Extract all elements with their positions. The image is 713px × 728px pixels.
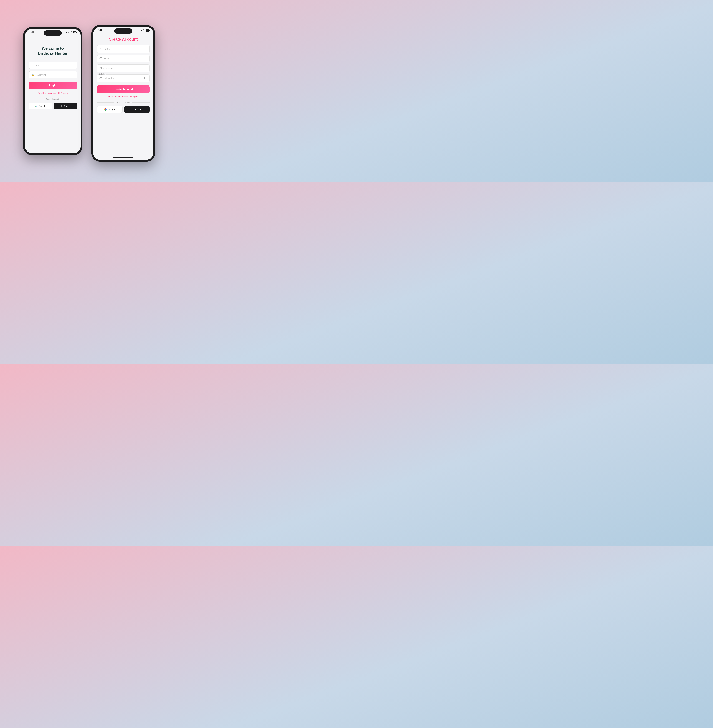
wifi-icon-left: ⊖ [68,31,73,33]
social-buttons-login: Google  Apple [29,103,77,109]
divider-right: Or continue with [97,102,150,104]
lock-icon-login: 🔒 [31,73,34,76]
birthday-label: Birthday [99,73,106,75]
password-input-login[interactable] [36,73,75,76]
email-icon-register [100,57,102,60]
or-continue-right: Or continue with [116,102,130,104]
google-button-login[interactable]: Google [29,103,52,109]
dynamic-island-left [44,30,62,36]
signal-icon-left [64,31,67,33]
google-icon-register [104,108,107,111]
svg-point-0 [100,48,101,48]
email-input-login[interactable] [35,64,75,67]
home-indicator-right [113,157,133,158]
password-input-register[interactable] [103,67,147,70]
svg-rect-2 [100,68,101,69]
apple-label-register: Apple [135,108,141,111]
status-bar-right: 2:41 70 [93,27,153,32]
time-left: 2:41 [29,31,34,34]
email-field-login[interactable]: ✉ [29,61,77,69]
svg-rect-1 [100,57,102,59]
dynamic-island-right [114,28,132,34]
email-input-register[interactable] [104,57,147,60]
birthday-field[interactable]: Select date [97,75,150,82]
svg-rect-3 [100,78,102,79]
social-buttons-register: Google  Apple [97,106,150,113]
phone-create-account: 2:41 70 [91,25,155,161]
battery-icon-left: 70 [73,31,76,33]
google-label-login: Google [39,105,46,107]
birthday-field-left: Select date [100,77,115,80]
divider-left: Or continue with [29,98,77,100]
divider-line-left [29,99,44,99]
signin-link[interactable]: Already have an account? Sign in [97,95,150,98]
divider-line-left-r [97,102,114,103]
apple-button-login[interactable]:  Apple [54,103,77,109]
wifi-icon-right [143,29,145,31]
welcome-title: Welcome to Birthday Hunter [29,46,77,56]
google-icon-login [35,105,37,107]
name-field[interactable] [97,45,150,53]
svg-rect-4 [145,77,147,79]
email-field-register[interactable] [97,55,150,62]
login-button[interactable]: Login [29,82,77,90]
google-button-register[interactable]: Google [97,106,122,113]
apple-label-login: Apple [63,105,69,107]
apple-icon-login:  [61,105,62,107]
birthday-field-wrapper[interactable]: Birthday Select date [97,75,150,82]
password-field-register[interactable] [97,64,150,72]
divider-line-right-r [132,102,149,103]
name-input[interactable] [104,48,147,50]
create-account-screen-content: Create Account [93,32,153,156]
lock-icon-register [100,67,102,70]
birthday-icon [100,77,102,80]
google-label-register: Google [108,108,115,111]
person-icon [100,47,102,51]
create-account-title: Create Account [97,37,150,42]
apple-button-register[interactable]:  Apple [124,106,150,113]
calendar-picker-icon [144,77,147,80]
apple-icon-register:  [133,108,134,111]
email-icon-login: ✉ [31,64,33,67]
signup-link[interactable]: Don't have an account? Sign up [29,92,77,94]
home-indicator-left [43,151,63,151]
time-right: 2:41 [97,29,102,32]
signal-icon-right [139,30,142,31]
status-bar-left: 2:41 ⊖ 70 [25,29,81,34]
create-account-button[interactable]: Create Account [97,85,150,93]
status-icons-right: 70 [139,29,149,31]
status-icons-left: ⊖ 70 [64,31,76,33]
login-screen-content: Welcome to Birthday Hunter ✉ 🔒 Login Don… [25,34,81,149]
phone-login: 2:41 ⊖ 70 [23,27,82,155]
or-continue-left: Or continue with [46,98,60,100]
battery-icon-right: 70 [146,29,149,31]
divider-line-right-left [62,99,77,99]
password-field-login[interactable]: 🔒 [29,71,77,79]
birthday-placeholder: Select date [104,77,115,79]
